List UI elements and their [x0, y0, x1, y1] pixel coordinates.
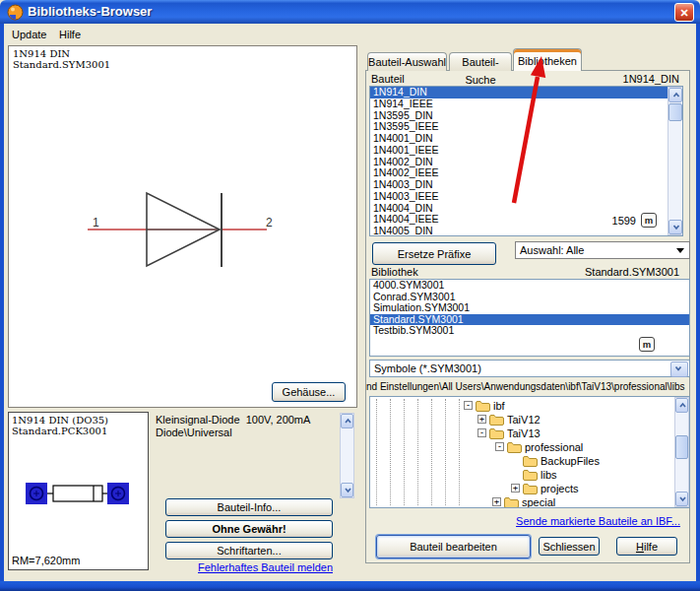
folder-icon [523, 469, 538, 481]
schriftarten-button[interactable]: Schriftarten... [165, 542, 333, 559]
folder-icon [523, 483, 538, 494]
menu-update[interactable]: Update [8, 27, 50, 42]
parts-list-header: Bauteil [371, 73, 405, 85]
auswahl-combo[interactable]: Auswahl: Alle [515, 241, 690, 259]
collapse-icon[interactable]: - [495, 442, 504, 451]
svg-text:1: 1 [93, 216, 99, 230]
tree-node-label: special [522, 496, 555, 508]
ersetze-praefixe-button[interactable]: Ersetze Präfixe [372, 242, 496, 265]
scroll-up-button[interactable] [675, 398, 688, 413]
scroll-thumb[interactable] [675, 435, 688, 459]
tree-node-taiv13[interactable]: - TaiV13 [477, 427, 541, 439]
tree-node-label: libs [541, 469, 557, 481]
list-item[interactable]: 1N4001_DIN [370, 133, 682, 145]
tree-guide [445, 399, 446, 505]
tree-node-libs[interactable]: libs [523, 468, 557, 481]
scroll-thumb[interactable] [668, 103, 682, 121]
tab-bibliotheken[interactable]: Bibliotheken [513, 48, 582, 71]
ohne-gewaehr-label: Ohne Gewähr! [166, 521, 332, 538]
bauteil-bearbeiten-button[interactable]: Bauteil bearbeiten [376, 535, 531, 558]
m-button[interactable]: m [641, 213, 657, 228]
list-item[interactable]: 1N4001_IEEE [370, 145, 682, 157]
gehaeuse-button-label: Gehäuse... [273, 383, 345, 402]
tab-label: Bauteil-Auswahl [368, 56, 446, 68]
tree-scrollbar[interactable] [674, 397, 689, 507]
library-path-label: nd Einstellungen\All Users\Anwendungsdat… [366, 381, 691, 392]
hilfe-button[interactable]: Hilfe [616, 537, 677, 556]
gehaeuse-button[interactable]: Gehäuse... [272, 382, 346, 402]
list-item[interactable]: 1N914_DIN [370, 87, 668, 98]
part-description-line2: Diode\Universal [156, 427, 232, 439]
m-button[interactable]: m [639, 337, 655, 352]
expand-icon[interactable]: + [492, 497, 501, 506]
dropdown-arrow-icon[interactable] [676, 248, 684, 253]
expand-icon[interactable]: + [477, 415, 486, 424]
folder-icon [476, 400, 490, 412]
tree-node-projects[interactable]: + projects [511, 482, 579, 494]
scroll-down-button[interactable] [675, 492, 688, 506]
tree-guide [417, 399, 418, 505]
folder-tree: - ibf + TaiV12 - TaiV13 - professional B… [369, 396, 690, 508]
tree-node-label: professional [525, 441, 583, 453]
scroll-up-button[interactable] [668, 88, 682, 102]
tab-label: Bibliotheken [518, 55, 577, 67]
collapse-icon[interactable]: - [477, 428, 486, 437]
title-bar: Bibliotheks-Browser ✕ [0, 0, 700, 24]
tree-node-backupfiles[interactable]: BackupFiles [523, 454, 600, 467]
bauteil-info-label: Bauteil-Info... [166, 499, 332, 516]
list-item[interactable]: 1N4003_IEEE [370, 191, 682, 203]
folder-icon [489, 414, 504, 426]
tab-bauteil-auswahl[interactable]: Bauteil-Auswahl [367, 52, 447, 71]
expand-icon[interactable]: + [511, 484, 520, 492]
menu-hilfe[interactable]: Hilfe [55, 27, 85, 42]
tree-guide [390, 399, 391, 505]
tree-guide [431, 399, 432, 505]
tree-node-label: projects [541, 483, 579, 494]
tree-node-taiv12[interactable]: + TaiV12 [477, 413, 541, 426]
folder-icon [507, 441, 522, 453]
window-border-right [696, 24, 700, 581]
list-item[interactable]: 1N4005_DIN [370, 226, 682, 236]
folder-icon [523, 455, 538, 467]
window-border-left [0, 24, 4, 581]
symbole-type-combo[interactable]: Symbole (*.SYM3001) [369, 360, 690, 377]
tree-node-ibf[interactable]: - ibf [464, 399, 505, 412]
list-item[interactable]: Testbib.SYM3001 [370, 325, 689, 337]
tab-label: Bauteil-Suche [462, 56, 498, 86]
bauteil-info-button[interactable]: Bauteil-Info... [165, 498, 333, 516]
schliessen-button[interactable]: Schliessen [539, 537, 600, 556]
package-library-name: Standard.PCK3001 [12, 426, 107, 437]
tree-node-professional[interactable]: - professional [495, 440, 583, 453]
report-faulty-part-link[interactable]: Fehlerhaftes Bauteil melden [165, 561, 333, 573]
tab-bauteil-suche[interactable]: Bauteil-Suche [449, 52, 512, 71]
send-parts-link[interactable]: Sende markierte Bauteile an IBF... [492, 515, 680, 527]
scroll-up-button[interactable] [341, 414, 353, 428]
list-item[interactable]: 4000.SYM3001 [370, 280, 689, 292]
ohne-gewaehr-button[interactable]: Ohne Gewähr! [165, 520, 333, 538]
list-item[interactable]: 1N4003_DIN [370, 179, 682, 191]
ersetze-praefixe-label: Ersetze Präfixe [373, 243, 495, 265]
selected-library-name: Standard.SYM3001 [532, 266, 679, 278]
library-list: 4000.SYM3001 Conrad.SYM3001 Simulation.S… [369, 279, 690, 357]
close-button[interactable]: ✕ [674, 3, 694, 22]
collapse-icon[interactable]: - [464, 401, 473, 410]
scroll-down-button[interactable] [341, 483, 353, 497]
auswahl-combo-value: Auswahl: Alle [520, 244, 584, 256]
hilfe-label: Hilfe [617, 538, 676, 556]
part-description-line1: Kleinsignal-Diode 100V, 200mA [156, 414, 310, 427]
schriftarten-label: Schriftarten... [166, 543, 332, 559]
tree-guide [404, 399, 405, 505]
tree-node-special[interactable]: + special [492, 495, 555, 508]
scroll-down-button[interactable] [668, 220, 682, 234]
chevron-down-icon[interactable] [670, 361, 688, 377]
symbol-preview-panel: 1N914 DIN Standard.SYM3001 1 2 [8, 45, 357, 408]
list-item[interactable]: 1N914_IEEE [370, 98, 682, 110]
symbole-type-value: Symbole (*.SYM3001) [374, 362, 481, 374]
bibliotheks-browser-window: Bibliotheks-Browser ✕ Update Hilfe 1N914… [0, 0, 700, 591]
diode-symbol-drawing: 1 2 [9, 46, 356, 407]
bauteil-bearbeiten-label: Bauteil bearbeiten [377, 536, 530, 558]
description-scrollbar[interactable] [340, 413, 354, 498]
parts-scrollbar[interactable] [668, 87, 683, 235]
folder-icon [504, 496, 519, 508]
package-preview-panel: 1N914 DIN (DO35) Standard.PCK3001 RM=7,6… [8, 412, 149, 570]
